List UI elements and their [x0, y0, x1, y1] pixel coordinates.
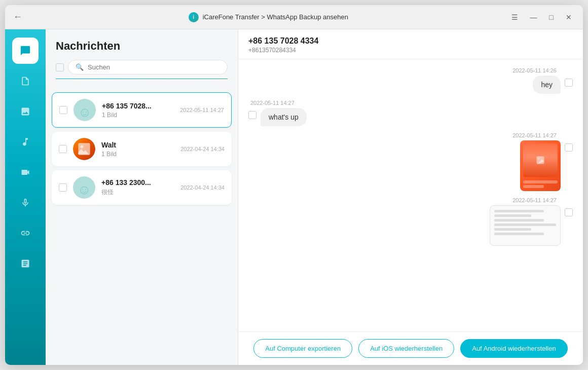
msg-bubble-row: hey	[248, 76, 573, 94]
conversation-list: ☺ +86 135 7028... 1 Bild 2022-05-11 14:2…	[46, 88, 238, 365]
search-icon: 🔍	[76, 63, 84, 71]
message-row: 2022-05-11 14:27	[248, 197, 573, 246]
avatar-person-icon: ☺	[78, 105, 92, 119]
doc-line	[494, 228, 531, 231]
doc-line	[494, 219, 544, 221]
chat-contact-name: +86 135 7028 4334	[248, 36, 573, 46]
msg-bubble: what's up	[261, 108, 307, 126]
divider	[56, 79, 228, 79]
doc-line	[494, 210, 544, 212]
conv-checkbox[interactable]	[59, 106, 67, 114]
sidebar	[5, 29, 46, 365]
chat-header: +86 135 7028 4334 +8613570284334	[238, 29, 583, 59]
doc-line	[494, 214, 531, 217]
avatar-person-icon: ☺	[78, 183, 91, 196]
sidebar-item-files[interactable]	[12, 68, 39, 94]
search-input-wrap: 🔍	[68, 60, 228, 75]
svg-point-1	[80, 145, 83, 148]
message-row: 2022-05-11 14:27	[248, 132, 573, 191]
chat-messages: 2022-05-11 14:26 hey 2022-05-11 14:27 wh…	[238, 59, 583, 331]
message-row: 2022-05-11 14:26 hey	[248, 67, 573, 94]
conv-preview: 很怪	[101, 188, 174, 197]
conv-name: +86 135 7028...	[102, 102, 174, 110]
msg-select-checkbox[interactable]	[565, 208, 573, 216]
maximize-button[interactable]: □	[546, 12, 557, 22]
conv-info: +86 135 7028... 1 Bild	[102, 102, 174, 119]
sidebar-item-audio[interactable]	[12, 129, 39, 155]
msg-bubble-row	[248, 205, 573, 246]
avatar	[73, 138, 95, 160]
search-input[interactable]	[88, 63, 220, 71]
messages-panel: Nachrichten 🔍 ☺	[46, 29, 238, 365]
chat-footer: Auf Computer exportieren Auf iOS wiederh…	[238, 331, 583, 365]
conv-time: 2022-04-24 14:34	[180, 184, 225, 191]
app-logo: i	[189, 12, 199, 22]
avatar: ☺	[73, 176, 95, 199]
msg-bubble: hey	[533, 76, 561, 94]
conv-preview: 1 Bild	[102, 112, 174, 119]
messages-header: Nachrichten 🔍	[46, 29, 238, 88]
conv-info: Walt 1 Bild	[101, 141, 174, 158]
msg-bubble-row: what's up	[248, 108, 573, 126]
msg-document	[490, 205, 561, 246]
chat-area: +86 135 7028 4334 +8613570284334 2022-05…	[238, 29, 583, 365]
msg-timestamp: 2022-05-11 14:27	[248, 100, 573, 106]
close-button[interactable]: ✕	[563, 12, 575, 22]
sidebar-item-photos[interactable]	[12, 98, 39, 125]
conv-name: Walt	[101, 141, 174, 149]
sidebar-item-docs[interactable]	[12, 250, 39, 277]
list-item[interactable]: ☺ +86 135 7028... 1 Bild 2022-05-11 14:2…	[52, 92, 232, 128]
window-controls: ☰ — □ ✕	[508, 12, 575, 22]
title-bar-text: iCareFone Transfer > WhatsApp Backup ans…	[203, 13, 348, 21]
msg-timestamp: 2022-05-11 14:27	[248, 197, 557, 203]
msg-timestamp: 2022-05-11 14:26	[248, 67, 557, 73]
menu-button[interactable]: ☰	[508, 12, 521, 22]
chat-contact-number: +8613570284334	[248, 47, 573, 54]
title-bar-center: i iCareFone Transfer > WhatsApp Backup a…	[28, 12, 508, 22]
main-content: Nachrichten 🔍 ☺	[5, 29, 583, 365]
sidebar-item-video[interactable]	[12, 159, 39, 186]
svg-point-3	[538, 158, 540, 160]
msg-timestamp: 2022-05-11 14:27	[248, 132, 557, 138]
minimize-button[interactable]: —	[527, 12, 540, 22]
app-window: ← i iCareFone Transfer > WhatsApp Backup…	[5, 5, 583, 365]
msg-image	[520, 140, 561, 191]
conv-preview: 1 Bild	[101, 151, 174, 158]
export-computer-button[interactable]: Auf Computer exportieren	[253, 339, 352, 358]
msg-bubble-row	[248, 140, 573, 191]
avatar: ☺	[74, 99, 96, 121]
sidebar-item-messages[interactable]	[12, 38, 39, 64]
conv-checkbox[interactable]	[59, 145, 67, 153]
doc-line	[494, 233, 544, 235]
list-item[interactable]: Walt 1 Bild 2022-04-24 14:34	[52, 132, 232, 166]
conv-checkbox[interactable]	[59, 183, 67, 192]
restore-ios-button[interactable]: Auf iOS wiederherstellen	[358, 339, 454, 358]
avatar-image	[73, 138, 95, 160]
sidebar-item-mic[interactable]	[12, 190, 39, 216]
list-item[interactable]: ☺ +86 133 2300... 很怪 2022-04-24 14:34	[52, 170, 232, 205]
sidebar-item-links[interactable]	[12, 220, 39, 246]
message-row: 2022-05-11 14:27 what's up	[248, 100, 573, 126]
doc-line	[494, 224, 556, 226]
msg-select-checkbox[interactable]	[565, 79, 573, 87]
conv-time: 2022-05-11 14:27	[180, 107, 224, 113]
title-bar: ← i iCareFone Transfer > WhatsApp Backup…	[5, 5, 583, 29]
conv-name: +86 133 2300...	[101, 178, 174, 187]
select-all-checkbox[interactable]	[56, 63, 64, 71]
conv-time: 2022-04-24 14:34	[180, 146, 225, 152]
messages-title: Nachrichten	[56, 40, 228, 53]
search-bar-row: 🔍	[56, 60, 228, 75]
msg-select-checkbox[interactable]	[565, 143, 573, 152]
restore-android-button[interactable]: Auf Android wiederherstellen	[460, 339, 568, 358]
back-button[interactable]: ←	[13, 12, 22, 22]
msg-select-checkbox[interactable]	[248, 111, 256, 119]
conv-info: +86 133 2300... 很怪	[101, 178, 174, 197]
